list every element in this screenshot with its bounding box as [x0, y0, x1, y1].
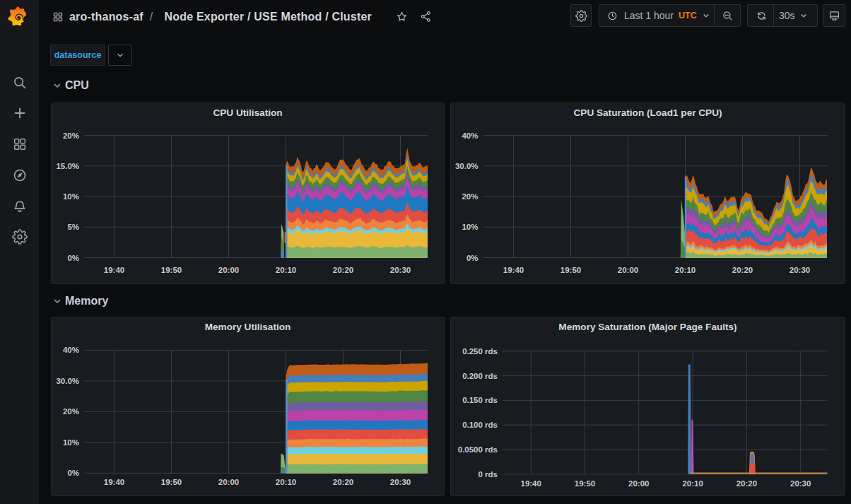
svg-text:0.0500 rds: 0.0500 rds: [458, 445, 498, 454]
svg-text:0%: 0%: [67, 254, 79, 262]
svg-text:20:20: 20:20: [736, 479, 757, 488]
svg-text:20:30: 20:30: [790, 266, 810, 274]
svg-text:0%: 0%: [67, 469, 79, 477]
svg-text:20:00: 20:00: [218, 266, 239, 274]
svg-text:20:20: 20:20: [333, 266, 353, 274]
svg-text:0.100 rds: 0.100 rds: [462, 421, 498, 429]
svg-text:20:20: 20:20: [333, 478, 353, 486]
svg-text:19:50: 19:50: [575, 479, 595, 488]
svg-text:10%: 10%: [462, 223, 478, 231]
svg-text:20%: 20%: [63, 407, 79, 416]
svg-text:20:30: 20:30: [390, 478, 411, 486]
svg-text:10%: 10%: [63, 192, 79, 201]
svg-text:15.0%: 15.0%: [56, 162, 79, 170]
svg-text:0%: 0%: [466, 254, 479, 262]
svg-text:20:20: 20:20: [732, 266, 753, 274]
svg-text:0.150 rds: 0.150 rds: [462, 396, 498, 404]
svg-text:10%: 10%: [63, 438, 79, 447]
svg-text:40%: 40%: [462, 131, 478, 140]
svg-text:20:10: 20:10: [675, 266, 696, 274]
svg-text:20:00: 20:00: [628, 479, 649, 488]
svg-text:19:40: 19:40: [503, 266, 524, 274]
svg-text:30.0%: 30.0%: [455, 162, 479, 170]
svg-text:19:40: 19:40: [104, 478, 124, 486]
svg-text:30.0%: 30.0%: [56, 377, 79, 385]
svg-text:20%: 20%: [462, 192, 478, 201]
svg-text:20:00: 20:00: [618, 266, 638, 274]
svg-text:19:40: 19:40: [520, 479, 541, 488]
svg-text:40%: 40%: [63, 346, 79, 354]
svg-text:20:30: 20:30: [790, 479, 811, 488]
svg-text:20:10: 20:10: [276, 478, 296, 486]
svg-text:19:50: 19:50: [161, 478, 182, 486]
svg-text:20:30: 20:30: [390, 266, 411, 274]
svg-text:5%: 5%: [67, 223, 79, 231]
svg-text:20:10: 20:10: [276, 266, 296, 274]
svg-text:20:00: 20:00: [218, 478, 239, 486]
svg-text:0 rds: 0 rds: [479, 470, 498, 479]
svg-text:0.200 rds: 0.200 rds: [462, 372, 498, 380]
svg-text:20:10: 20:10: [682, 479, 703, 488]
svg-text:19:50: 19:50: [161, 266, 182, 274]
svg-text:19:40: 19:40: [104, 266, 124, 274]
svg-text:19:50: 19:50: [561, 266, 581, 274]
svg-text:0.250 rds: 0.250 rds: [462, 347, 498, 356]
svg-text:20%: 20%: [63, 131, 79, 140]
